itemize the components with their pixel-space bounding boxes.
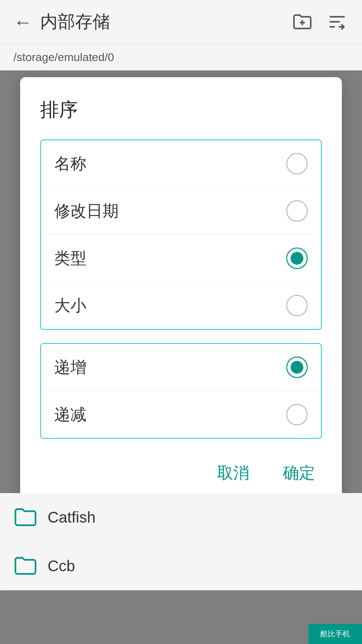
breadcrumb-path: /storage/emulated/0 xyxy=(13,51,114,64)
sort-field-group: 名称 修改日期 类型 大小 xyxy=(40,140,322,330)
folder-icon xyxy=(13,505,38,529)
radio-desc[interactable] xyxy=(286,404,308,425)
option-row-desc[interactable]: 递减 xyxy=(41,391,321,438)
option-label-size: 大小 xyxy=(54,295,86,316)
option-row-date[interactable]: 修改日期 xyxy=(41,187,321,235)
file-name: Ccb xyxy=(48,557,75,575)
option-label-desc: 递减 xyxy=(54,404,86,425)
topbar: ← 内部存储 xyxy=(0,0,362,44)
radio-asc[interactable] xyxy=(286,357,308,378)
topbar-left: ← 内部存储 xyxy=(13,10,110,34)
list-item[interactable]: Catfish xyxy=(10,493,352,542)
watermark-text: 酷比手机 xyxy=(320,629,350,639)
breadcrumb: /storage/emulated/0 xyxy=(0,44,362,70)
new-folder-icon[interactable] xyxy=(291,10,314,33)
option-label-asc: 递增 xyxy=(54,357,86,378)
overlay: 排序 名称 修改日期 类型 大小 xyxy=(0,70,362,644)
radio-type[interactable] xyxy=(286,248,308,269)
sort-icon[interactable] xyxy=(326,10,349,33)
back-button[interactable]: ← xyxy=(13,11,32,33)
option-row-type[interactable]: 类型 xyxy=(41,235,321,282)
dialog-title: 排序 xyxy=(40,97,322,123)
option-label-type: 类型 xyxy=(54,248,86,269)
folder-icon xyxy=(13,554,38,578)
option-label-date: 修改日期 xyxy=(54,200,119,222)
option-row-asc[interactable]: 递增 xyxy=(41,344,321,391)
radio-size[interactable] xyxy=(286,295,308,316)
list-item[interactable]: Ccb xyxy=(10,542,352,590)
confirm-button[interactable]: 确定 xyxy=(276,459,322,487)
file-name: Catfish xyxy=(48,508,96,526)
file-list: Catfish Ccb xyxy=(0,493,362,590)
page-title: 内部存储 xyxy=(40,10,110,34)
sort-order-group: 递增 递减 xyxy=(40,343,322,439)
cancel-button[interactable]: 取消 xyxy=(210,459,256,487)
radio-date[interactable] xyxy=(286,200,308,222)
radio-name[interactable] xyxy=(286,153,308,174)
option-row-name[interactable]: 名称 xyxy=(41,140,321,187)
option-row-size[interactable]: 大小 xyxy=(41,282,321,329)
dialog-actions: 取消 确定 xyxy=(40,452,322,487)
watermark: 酷比手机 xyxy=(308,624,362,644)
topbar-icons xyxy=(291,10,349,33)
option-label-name: 名称 xyxy=(54,153,86,174)
sort-dialog: 排序 名称 修改日期 类型 大小 xyxy=(20,77,342,504)
